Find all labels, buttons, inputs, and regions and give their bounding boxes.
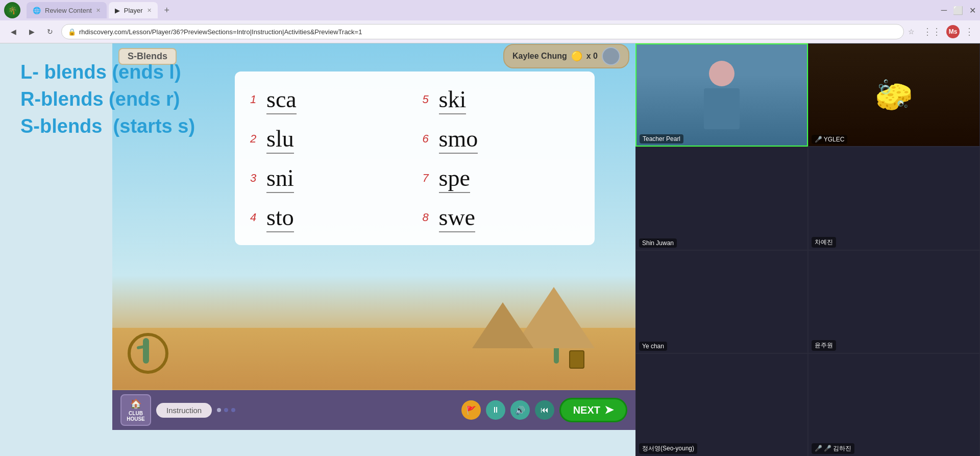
pause-button[interactable]: ⏸ [486, 400, 505, 420]
participant-name-shin: Shin Juwan [639, 238, 677, 248]
profile-button[interactable]: Ms [946, 25, 960, 38]
tab-bar: 🌴 🌐 Review Content ✕ ▶ Player ✕ + ─ ⬜ ✕ [0, 0, 980, 20]
back-button[interactable]: ◀ [6, 25, 20, 39]
word-text-7: spe [439, 165, 470, 193]
player-avatar [602, 47, 620, 65]
blend-line-1: L- blends (ends l) [20, 59, 195, 86]
flag-button[interactable]: 🚩 [461, 400, 481, 420]
next-button[interactable]: NEXT ➤ [559, 398, 627, 422]
word-text-6: smo [439, 126, 478, 154]
bookmark-icon[interactable]: ☆ [908, 28, 915, 36]
menu-icon[interactable]: ⋮⋮ [923, 26, 941, 37]
desert-scene [112, 287, 635, 389]
video-cell-spongebob: 🧽 🎤 YGLEC [808, 43, 981, 147]
url-text: rhdiscovery.com/Lesson/Player/36?Preview… [79, 28, 362, 36]
spongebob-figure: 🧽 [808, 44, 980, 146]
content-panel: 1 sca 5 ski 2 [235, 71, 595, 245]
video-cell-shin: Shin Juwan [635, 147, 808, 250]
club-house-label: CLUBHOUSE [127, 411, 145, 422]
settings-icon[interactable]: ⋮ [965, 26, 974, 37]
coin-icon: 🟡 [571, 51, 582, 62]
video-cell-yoon: 윤주원 [808, 250, 981, 353]
rewind-button[interactable]: ⏮ [535, 400, 554, 420]
mic-active-icon: 🎤 [815, 445, 822, 452]
word-item-4[interactable]: 4 sto [250, 200, 407, 235]
player-name: Kaylee Chung [512, 52, 567, 61]
teacher-figure [636, 44, 807, 146]
word-num-5: 5 [423, 93, 435, 106]
next-arrow-icon: ➤ [604, 403, 614, 417]
url-input[interactable]: 🔒 rhdiscovery.com/Lesson/Player/36?Previ… [61, 24, 904, 39]
word-item-7[interactable]: 7 spe [423, 160, 580, 196]
close-button[interactable]: ✕ [969, 6, 976, 15]
video-cell-seo: 정서영(Seo-young) [635, 353, 808, 456]
word-item-1[interactable]: 1 sca [250, 82, 407, 117]
word-item-2[interactable]: 2 slu [250, 121, 407, 156]
lesson-area: L- blends (ends l) R-blends (ends r) S-b… [0, 43, 635, 456]
right-panel: Teacher Pearl 🧽 🎤 YGLEC Shin Juwan 차예진 Y… [635, 43, 980, 456]
word-item-6[interactable]: 6 smo [423, 121, 580, 156]
video-cell-teacher: Teacher Pearl [635, 43, 808, 147]
video-cell-kim: 🎤 🎤 김하진 [808, 353, 981, 456]
word-item-3[interactable]: 3 sni [250, 160, 407, 196]
game-controls: 🏠 CLUBHOUSE Instruction 🚩 ⏸ 🔊 ⏮ NEXT [112, 390, 635, 430]
tab-label: Player [124, 7, 143, 14]
participant-name-kim: 🎤 🎤 김하진 [812, 443, 855, 454]
window-controls: ─ ⬜ ✕ [941, 6, 976, 15]
participant-name-cha: 차예진 [812, 237, 836, 248]
club-house-button[interactable]: 🏠 CLUBHOUSE [120, 394, 151, 426]
coin-count: x 0 [586, 52, 598, 61]
word-text-1: sca [266, 86, 297, 114]
word-num-1: 1 [250, 93, 262, 106]
minimize-button[interactable]: ─ [941, 6, 947, 15]
overlay-text: L- blends (ends l) R-blends (ends r) S-b… [20, 59, 195, 140]
blend-line-2: R-blends (ends r) [20, 86, 195, 113]
word-num-8: 8 [423, 211, 435, 224]
word-num-4: 4 [250, 211, 262, 224]
word-num-6: 6 [423, 132, 435, 146]
video-cell-ye: Ye chan [635, 250, 808, 353]
tab-label: Review Content [45, 7, 92, 14]
tab-icon: ▶ [115, 7, 120, 14]
instruction-label: Instruction [166, 406, 202, 415]
word-text-2: slu [266, 126, 294, 154]
word-text-3: sni [266, 165, 294, 193]
word-num-7: 7 [423, 172, 435, 185]
tab-close[interactable]: ✕ [147, 7, 152, 14]
participant-name-yglec: 🎤 YGLEC [812, 135, 848, 144]
participant-name-ye: Ye chan [639, 342, 667, 351]
profile-label: Ms [949, 28, 958, 35]
mic-icon: 🎤 [815, 136, 822, 143]
new-tab-button[interactable]: + [160, 3, 174, 17]
refresh-button[interactable]: ↻ [43, 25, 57, 39]
instruction-button[interactable]: Instruction [156, 403, 212, 418]
word-item-8[interactable]: 8 swe [423, 200, 580, 235]
word-num-2: 2 [250, 132, 262, 146]
participant-name-seo: 정서영(Seo-young) [639, 443, 697, 454]
tab-close[interactable]: ✕ [96, 7, 101, 14]
word-item-5[interactable]: 5 ski [423, 82, 580, 117]
address-bar: ◀ ▶ ↻ 🔒 rhdiscovery.com/Lesson/Player/36… [0, 20, 980, 43]
word-grid: 1 sca 5 ski 2 [250, 82, 579, 235]
browser-logo: 🌴 [4, 2, 20, 18]
word-text-4: sto [266, 204, 294, 232]
blend-line-3: S-blends (starts s) [20, 113, 195, 140]
video-cell-cha: 차예진 [808, 147, 981, 250]
cactus-left [143, 338, 149, 364]
progress-dot-1 [217, 408, 221, 412]
tab-review-content[interactable]: 🌐 Review Content ✕ [27, 2, 107, 18]
maximize-button[interactable]: ⬜ [953, 6, 963, 15]
tab-player[interactable]: ▶ Player ✕ [109, 2, 158, 18]
word-text-5: ski [439, 86, 467, 114]
browser-chrome: 🌴 🌐 Review Content ✕ ▶ Player ✕ + ─ ⬜ ✕ … [0, 0, 980, 43]
audio-button[interactable]: 🔊 [510, 400, 530, 420]
participant-name-teacher: Teacher Pearl [640, 134, 683, 143]
progress-dot-2 [224, 408, 228, 412]
progress-dots [217, 408, 235, 412]
player-badge: Kaylee Chung 🟡 x 0 [503, 44, 629, 68]
word-text-8: swe [439, 204, 476, 232]
barrel [569, 350, 584, 369]
house-icon: 🏠 [130, 398, 141, 410]
main-area: L- blends (ends l) R-blends (ends r) S-b… [0, 43, 980, 456]
forward-button[interactable]: ▶ [24, 25, 39, 39]
